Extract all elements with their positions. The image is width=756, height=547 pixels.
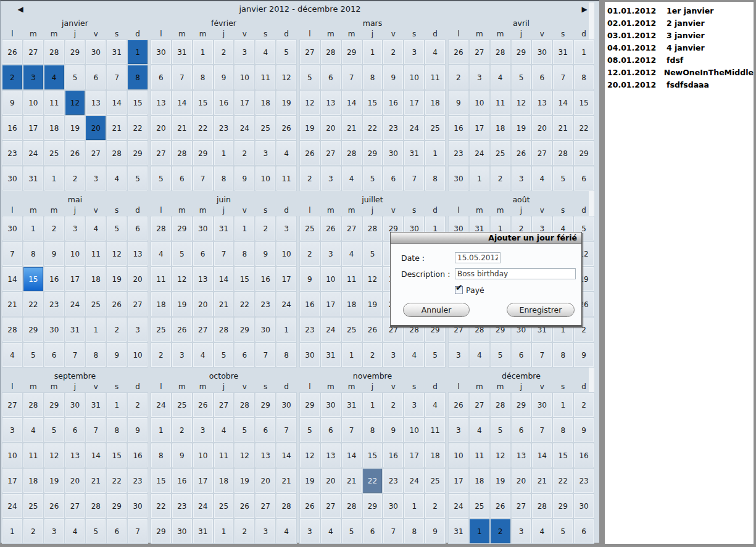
day-cell[interactable]: 8 [553,343,573,367]
day-cell[interactable]: 25 [44,141,64,165]
day-cell[interactable]: 3 [300,519,320,543]
day-cell[interactable]: 7 [2,242,22,266]
day-cell[interactable]: 8 [276,343,296,367]
day-cell[interactable]: 4 [470,418,489,442]
day-cell[interactable]: 5 [491,343,510,367]
day-cell[interactable]: 2 [425,494,445,518]
day-cell[interactable]: 9 [214,65,234,89]
day-cell[interactable]: 19 [65,116,85,140]
day-cell[interactable]: 1 [404,494,424,518]
day-cell[interactable]: 23 [383,116,403,140]
day-cell-holiday[interactable]: 2 [2,65,22,89]
day-cell[interactable]: 3 [321,242,341,266]
day-cell[interactable]: 5 [342,519,362,543]
day-cell[interactable]: 8 [574,65,594,89]
day-cell[interactable]: 4 [321,519,341,543]
day-cell[interactable]: 1 [342,343,362,367]
day-cell[interactable]: 2 [383,40,403,64]
day-cell[interactable]: 28 [276,494,296,518]
day-cell[interactable]: 7 [107,65,127,89]
day-cell[interactable]: 26 [65,141,85,165]
day-cell[interactable]: 8 [363,418,383,442]
day-cell[interactable]: 31 [342,393,362,417]
day-cell[interactable]: 9 [235,167,254,191]
day-cell[interactable]: 29 [255,393,275,417]
day-cell[interactable]: 14 [2,267,22,291]
day-cell-holiday[interactable]: 20 [86,116,106,140]
day-cell[interactable]: 29 [44,393,64,417]
day-cell[interactable]: 9 [449,91,468,115]
day-cell[interactable]: 24 [235,116,254,140]
day-cell[interactable]: 31 [404,141,424,165]
day-cell[interactable]: 5 [512,65,531,89]
day-cell[interactable]: 30 [532,393,552,417]
day-cell[interactable]: 17 [449,469,468,493]
day-cell[interactable]: 18 [470,469,489,493]
day-cell[interactable]: 30 [44,318,64,342]
day-cell[interactable]: 4 [214,418,234,442]
day-cell[interactable]: 4 [532,519,552,543]
day-cell[interactable]: 12 [491,443,510,467]
day-cell[interactable]: 22 [151,494,171,518]
day-cell[interactable]: 20 [193,292,213,316]
day-cell-selected[interactable]: 15 [23,267,43,291]
day-cell[interactable]: 18 [255,91,275,115]
day-cell[interactable]: 12 [300,443,320,467]
day-cell[interactable]: 27 [86,141,106,165]
day-cell[interactable]: 23 [214,116,234,140]
day-cell[interactable]: 16 [2,116,22,140]
day-cell[interactable]: 27 [470,40,489,64]
day-cell[interactable]: 14 [342,91,362,115]
day-cell[interactable]: 13 [128,242,147,266]
day-cell[interactable]: 10 [449,443,468,467]
day-cell[interactable]: 14 [342,443,362,467]
day-cell[interactable]: 7 [553,65,573,89]
day-cell[interactable]: 12 [363,267,383,291]
day-cell[interactable]: 30 [574,494,594,518]
day-cell[interactable]: 18 [342,292,362,316]
day-cell[interactable]: 8 [214,167,234,191]
day-cell[interactable]: 1 [44,167,64,191]
day-cell[interactable]: 10 [23,91,43,115]
day-cell[interactable]: 4 [342,242,362,266]
cancel-button[interactable]: Annuler [403,303,470,317]
day-cell[interactable]: 6 [65,418,85,442]
day-cell[interactable]: 8 [235,242,254,266]
day-cell[interactable]: 1 [425,141,445,165]
day-cell[interactable]: 5 [300,418,320,442]
day-cell[interactable]: 3 [2,418,22,442]
day-cell[interactable]: 27 [2,393,22,417]
day-cell[interactable]: 3 [276,216,296,241]
day-cell[interactable]: 6 [128,216,147,241]
day-cell[interactable]: 4 [107,167,127,191]
day-cell[interactable]: 30 [172,519,192,543]
day-cell[interactable]: 28 [342,494,362,518]
day-cell[interactable]: 1 [86,318,106,342]
day-cell[interactable]: 27 [342,216,362,241]
day-cell[interactable]: 20 [128,267,147,291]
day-cell-holiday[interactable]: 1 [128,40,147,64]
day-cell[interactable]: 2 [235,519,254,543]
day-cell[interactable]: 13 [532,91,552,115]
day-cell[interactable]: 19 [107,267,127,291]
day-cell[interactable]: 28 [235,393,254,417]
day-cell[interactable]: 29 [512,40,531,64]
day-cell[interactable]: 27 [470,393,489,417]
day-cell[interactable]: 1 [574,40,594,64]
day-cell[interactable]: 6 [86,65,106,89]
day-cell[interactable]: 3 [321,167,341,191]
day-cell[interactable]: 4 [86,216,106,241]
day-cell[interactable]: 4 [276,519,296,543]
day-cell[interactable]: 11 [151,267,171,291]
day-cell[interactable]: 2 [44,216,64,241]
day-cell[interactable]: 15 [574,91,594,115]
day-cell[interactable]: 11 [276,167,296,191]
day-cell[interactable]: 1 [214,519,234,543]
day-cell[interactable]: 31 [553,40,573,64]
day-cell[interactable]: 27 [193,318,213,342]
day-cell[interactable]: 9 [172,443,192,467]
day-cell[interactable]: 6 [151,65,171,89]
holiday-list-item[interactable]: 04.01.20124 janvier [605,41,754,54]
day-cell[interactable]: 14 [553,91,573,115]
day-cell[interactable]: 29 [363,141,383,165]
